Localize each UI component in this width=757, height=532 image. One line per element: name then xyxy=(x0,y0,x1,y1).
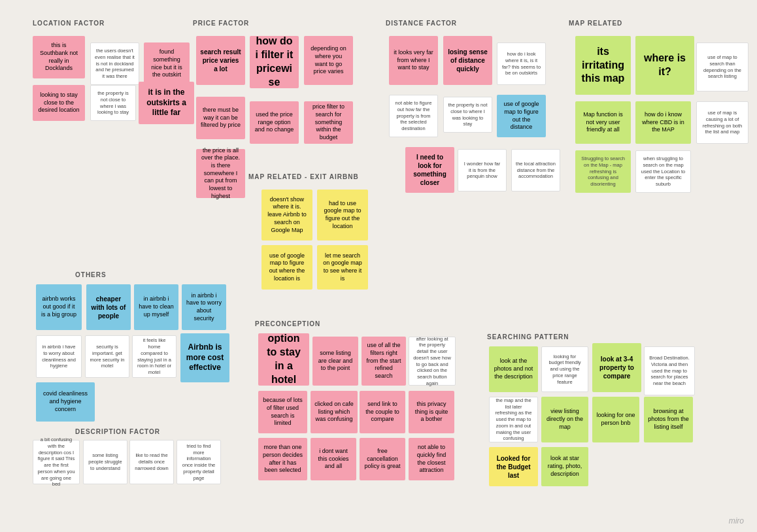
sticky-65[interactable]: looking for one person bnb xyxy=(592,397,639,442)
sticky-11[interactable]: price filter to search for something wit… xyxy=(304,101,353,144)
sticky-68[interactable]: look at star rating, photo, description xyxy=(541,447,588,486)
sticky-18[interactable]: use of google map to figure out the dist… xyxy=(497,95,546,137)
sticky-19[interactable]: I need to look for something closer xyxy=(405,147,454,193)
sticky-51[interactable]: more than one person decides after it ha… xyxy=(258,438,307,480)
sticky-16[interactable]: not able to figure out how far the prope… xyxy=(389,95,438,137)
section-label-3: MAP RELATED xyxy=(569,20,622,27)
sticky-2[interactable]: found something nice but it is the outsk… xyxy=(144,42,190,85)
sticky-44[interactable]: some listing are clear and to the point xyxy=(312,337,358,386)
sticky-63[interactable]: the map and the list later refreshing as… xyxy=(489,397,538,442)
sticky-0[interactable]: this is Southbank not really in Dockland… xyxy=(33,36,85,78)
sticky-61[interactable]: look at 3-4 property to compare xyxy=(592,343,641,392)
section-label-5: MAP RELATED - EXIT AIRBNB xyxy=(248,173,359,180)
sticky-66[interactable]: browsing at photos from the listing itse… xyxy=(644,397,693,442)
sticky-24[interactable]: use of map to search than depending on t… xyxy=(696,42,749,91)
sticky-60[interactable]: looking for budget friendly and using th… xyxy=(541,346,588,392)
sticky-38[interactable]: covid cleanliness and hygiene concern xyxy=(36,382,95,422)
sticky-59[interactable]: look at the photos and not the descripti… xyxy=(489,346,538,392)
sticky-43[interactable]: option to stay in a hotel xyxy=(258,333,309,386)
sticky-55[interactable]: a bit confusing with the description cos… xyxy=(33,440,80,484)
sticky-34[interactable]: in airbnb i have to worry about cleanlin… xyxy=(36,335,82,378)
sticky-58[interactable]: tried to find more information once insi… xyxy=(177,440,221,484)
section-label-8: SEARCHING PATTERN xyxy=(487,333,569,341)
section-label-4: OTHERS xyxy=(75,271,107,278)
sticky-64[interactable]: view listing directly on the map xyxy=(541,397,588,442)
sticky-49[interactable]: send link to the couple to compare xyxy=(360,391,405,433)
sticky-7[interactable]: how do i filter it pricewise xyxy=(250,36,299,88)
sticky-12[interactable]: the price is all over the place. is ther… xyxy=(196,149,245,198)
sticky-14[interactable]: losing sense of distance quickly xyxy=(443,36,492,85)
sticky-10[interactable]: used the price range option and no chang… xyxy=(250,101,299,144)
sticky-4[interactable]: the property is not close to where I was… xyxy=(90,85,136,121)
sticky-41[interactable]: use of google map to figure out where th… xyxy=(261,245,312,290)
sticky-3[interactable]: looking to stay close to the desired loc… xyxy=(33,85,85,121)
sticky-47[interactable]: because of lots of filter used search is… xyxy=(258,391,307,433)
sticky-48[interactable]: clicked on cafe listing which was confus… xyxy=(311,391,358,433)
sticky-67[interactable]: Looked for the Budget last xyxy=(489,447,538,486)
sticky-54[interactable]: not able to quickly find the closest att… xyxy=(409,438,454,480)
sticky-13[interactable]: it looks very far from where I want to s… xyxy=(389,36,438,85)
sticky-17[interactable]: the property is not close to where I was… xyxy=(443,97,492,133)
sticky-29[interactable]: when struggling to search on the map use… xyxy=(635,150,691,193)
section-label-0: LOCATION FACTOR xyxy=(33,20,105,27)
section-label-6: PRECONCEPTION xyxy=(255,320,320,327)
board: LOCATION FACTORPRICE FACTORDISTANCE FACT… xyxy=(0,0,757,532)
section-label-1: PRICE FACTOR xyxy=(193,20,249,27)
sticky-57[interactable]: like to read the details once narrowed d… xyxy=(129,440,174,484)
sticky-27[interactable]: use of map is causing a lot of refreshin… xyxy=(696,101,749,144)
sticky-26[interactable]: how do i know where CBD is in the MAP xyxy=(635,101,691,144)
sticky-56[interactable]: some listing people struggle to understa… xyxy=(83,440,127,484)
sticky-42[interactable]: let me search on google map to see where… xyxy=(317,245,368,290)
sticky-6[interactable]: search result price varies a lot xyxy=(196,36,245,85)
sticky-23[interactable]: where is it? xyxy=(635,36,694,95)
sticky-37[interactable]: Airbnb is more cost effective xyxy=(180,333,229,382)
sticky-33[interactable]: in airbnb i have to worry about security xyxy=(182,284,226,330)
sticky-15[interactable]: how do i look where it is, is it far? th… xyxy=(497,42,546,85)
sticky-31[interactable]: cheaper with lots of people xyxy=(86,284,131,330)
sticky-40[interactable]: had to use google map to figure out the … xyxy=(317,190,368,241)
sticky-35[interactable]: security is important. get more security… xyxy=(85,335,129,378)
sticky-28[interactable]: Struggling to search on the Map - map re… xyxy=(575,150,631,193)
sticky-46[interactable]: after looking at the property detail the… xyxy=(409,337,456,386)
sticky-25[interactable]: Map function is not very user friendly a… xyxy=(575,101,631,144)
section-label-7: DESCRIPTION FACTOR xyxy=(75,428,160,435)
sticky-8[interactable]: depending on where you want to go price … xyxy=(304,36,353,85)
sticky-50[interactable]: this privacy thing is quite a bother xyxy=(409,391,454,433)
sticky-1[interactable]: the users doesn't even realise that it i… xyxy=(90,42,139,85)
sticky-36[interactable]: it feels like home compared to staying j… xyxy=(132,335,177,378)
sticky-62[interactable]: Broad Destination. Victoria and then use… xyxy=(644,346,695,395)
sticky-21[interactable]: the local attraction distance from the a… xyxy=(511,149,560,191)
sticky-39[interactable]: doesn't show where it is. leave Airbnb t… xyxy=(261,190,312,241)
sticky-53[interactable]: free cancellation policy is great xyxy=(360,438,405,480)
sticky-32[interactable]: in airbnb i have to clean up myself xyxy=(134,284,178,330)
sticky-30[interactable]: airbnb works out good if it is a big gro… xyxy=(36,284,82,330)
sticky-5[interactable]: it is in the outskirts a little far xyxy=(139,82,194,124)
sticky-9[interactable]: there must be way it can be filtered by … xyxy=(196,97,245,139)
sticky-22[interactable]: its irritating this map xyxy=(575,36,631,95)
section-label-2: DISTANCE FACTOR xyxy=(386,20,457,27)
miro-watermark: miro xyxy=(729,516,744,525)
sticky-52[interactable]: i dont want this cookies and all xyxy=(311,438,356,480)
sticky-20[interactable]: I wonder how far it is from the penquin … xyxy=(458,149,507,191)
sticky-45[interactable]: use of all the filters right from the st… xyxy=(362,337,406,386)
